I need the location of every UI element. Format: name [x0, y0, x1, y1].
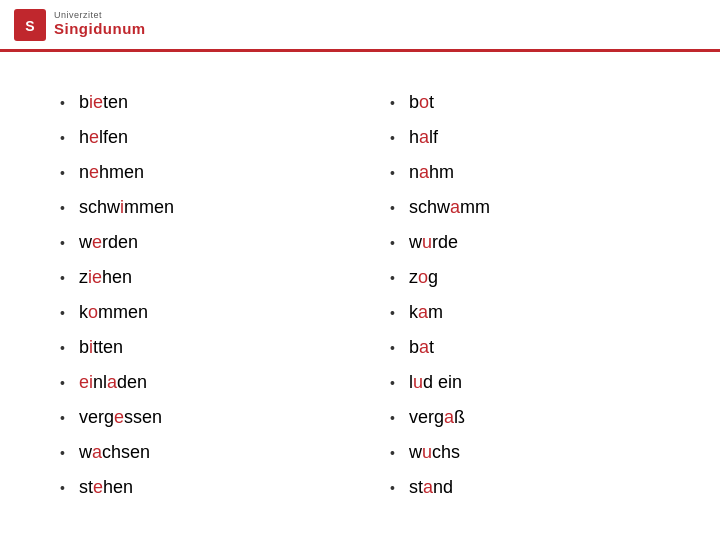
list-item: • bot — [390, 92, 660, 113]
bullet-icon: • — [60, 165, 65, 181]
bullet-icon: • — [390, 410, 395, 426]
header: S Univerzitet Singidunum — [0, 0, 720, 52]
bullet-icon: • — [390, 340, 395, 356]
list-item: • wachsen — [60, 442, 330, 463]
svg-text:S: S — [25, 18, 34, 34]
word-schwimmen: schwimmen — [79, 197, 174, 218]
list-item: • half — [390, 127, 660, 148]
bullet-icon: • — [60, 235, 65, 251]
word-kommen: kommen — [79, 302, 148, 323]
word-nahm: nahm — [409, 162, 454, 183]
word-stand: stand — [409, 477, 453, 498]
word-wachsen: wachsen — [79, 442, 150, 463]
bullet-icon: • — [390, 200, 395, 216]
word-nehmen: nehmen — [79, 162, 144, 183]
bullet-icon: • — [60, 270, 65, 286]
word-bot: bot — [409, 92, 434, 113]
word-schwamm: schwamm — [409, 197, 490, 218]
list-item: • wuchs — [390, 442, 660, 463]
bullet-icon: • — [60, 445, 65, 461]
list-item: • schwimmen — [60, 197, 330, 218]
bullet-icon: • — [390, 445, 395, 461]
bullet-icon: • — [390, 235, 395, 251]
word-helfen: helfen — [79, 127, 128, 148]
word-wuchs: wuchs — [409, 442, 460, 463]
word-einladen: einladen — [79, 372, 147, 393]
bullet-icon: • — [390, 130, 395, 146]
list-item: • lud ein — [390, 372, 660, 393]
bullet-icon: • — [390, 165, 395, 181]
word-bieten: bieten — [79, 92, 128, 113]
list-item: • stehen — [60, 477, 330, 498]
bullet-icon: • — [390, 270, 395, 286]
list-item: • kommen — [60, 302, 330, 323]
bullet-icon: • — [390, 375, 395, 391]
right-word-list: • bot • half • nahm • schwamm • wurde • … — [390, 92, 660, 512]
main-content: • bieten • helfen • nehmen • schwimmen •… — [0, 52, 720, 532]
logo-container: S Univerzitet Singidunum — [14, 9, 146, 41]
word-lud-ein: lud ein — [409, 372, 462, 393]
list-item: • nehmen — [60, 162, 330, 183]
university-logo-icon: S — [14, 9, 46, 41]
bullet-icon: • — [390, 95, 395, 111]
list-item: • nahm — [390, 162, 660, 183]
logo-text: Univerzitet Singidunum — [54, 11, 146, 37]
bullet-icon: • — [60, 340, 65, 356]
list-item: • bat — [390, 337, 660, 358]
list-item: • ziehen — [60, 267, 330, 288]
list-item: • bieten — [60, 92, 330, 113]
word-stehen: stehen — [79, 477, 133, 498]
word-bat: bat — [409, 337, 434, 358]
university-name: Singidunum — [54, 21, 146, 38]
bullet-icon: • — [60, 200, 65, 216]
list-item: • wurde — [390, 232, 660, 253]
bullet-icon: • — [60, 480, 65, 496]
word-zog: zog — [409, 267, 438, 288]
word-vergessen: vergessen — [79, 407, 162, 428]
word-werden: werden — [79, 232, 138, 253]
list-item: • zog — [390, 267, 660, 288]
word-wurde: wurde — [409, 232, 458, 253]
list-item: • helfen — [60, 127, 330, 148]
bullet-icon: • — [60, 410, 65, 426]
bullet-icon: • — [60, 375, 65, 391]
list-item: • vergessen — [60, 407, 330, 428]
word-bitten: bitten — [79, 337, 123, 358]
list-item: • schwamm — [390, 197, 660, 218]
list-item: • vergaß — [390, 407, 660, 428]
word-half: half — [409, 127, 438, 148]
word-kam: kam — [409, 302, 443, 323]
list-item: • einladen — [60, 372, 330, 393]
list-item: • werden — [60, 232, 330, 253]
bullet-icon: • — [60, 130, 65, 146]
word-vergass: vergaß — [409, 407, 465, 428]
list-item: • bitten — [60, 337, 330, 358]
bullet-icon: • — [60, 95, 65, 111]
word-ziehen: ziehen — [79, 267, 132, 288]
list-item: • stand — [390, 477, 660, 498]
bullet-icon: • — [390, 480, 395, 496]
left-word-list: • bieten • helfen • nehmen • schwimmen •… — [60, 92, 330, 512]
list-item: • kam — [390, 302, 660, 323]
bullet-icon: • — [390, 305, 395, 321]
bullet-icon: • — [60, 305, 65, 321]
